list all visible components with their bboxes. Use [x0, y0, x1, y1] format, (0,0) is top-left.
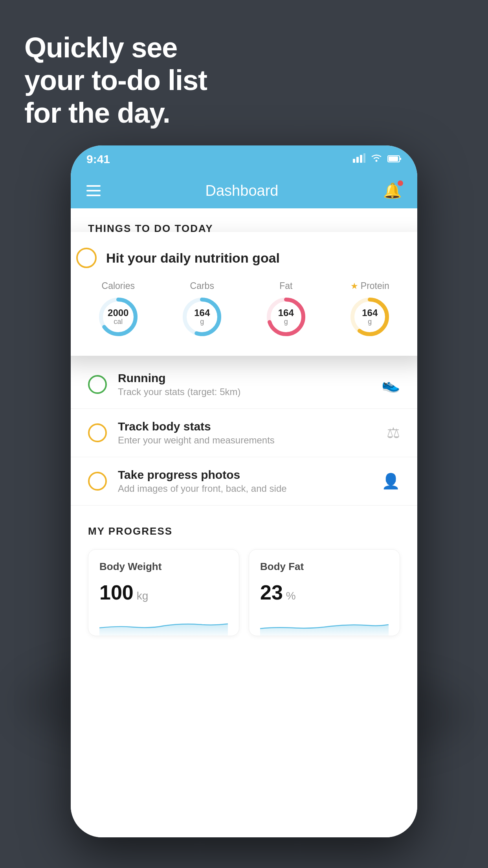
todo-list: Running Track your stats (target: 5km) 👟… [71, 360, 417, 506]
body-fat-chart [260, 612, 389, 636]
fat-ring: 164 g [264, 295, 308, 338]
nutrition-fat: Fat 164 g [264, 281, 308, 338]
calories-unit: cal [108, 318, 128, 326]
hamburger-menu[interactable] [86, 185, 101, 196]
photos-checkbox[interactable] [88, 472, 107, 491]
todo-item-body-stats[interactable]: Track body stats Enter your weight and m… [71, 409, 417, 457]
running-checkbox[interactable] [88, 375, 107, 394]
nutrition-calories: Calories 2000 cal [97, 281, 140, 338]
todo-item-photos[interactable]: Take progress photos Add images of your … [71, 457, 417, 506]
wifi-icon [370, 153, 383, 166]
body-weight-card[interactable]: Body Weight 100 kg [88, 549, 239, 636]
fat-label: Fat [279, 281, 292, 291]
protein-label: ★ Protein [350, 281, 389, 291]
nutrition-checkbox[interactable] [76, 248, 97, 268]
phone-mockup: 9:41 [71, 145, 417, 837]
svg-rect-0 [353, 159, 355, 163]
body-stats-subtitle: Enter your weight and measurements [118, 435, 376, 446]
running-subtitle: Track your stats (target: 5km) [118, 386, 371, 397]
protein-unit: g [362, 318, 378, 326]
progress-header: MY PROGRESS [88, 525, 400, 537]
status-icons [353, 153, 402, 166]
body-fat-number: 23 [260, 581, 283, 604]
calories-value: 2000 [108, 308, 128, 318]
running-icon: 👟 [382, 376, 400, 393]
photos-title: Take progress photos [118, 468, 371, 482]
fat-value: 164 [278, 308, 294, 318]
carbs-value: 164 [194, 308, 210, 318]
body-fat-value-row: 23 % [260, 581, 389, 604]
notification-dot [398, 180, 403, 186]
svg-rect-6 [389, 156, 398, 161]
svg-rect-3 [363, 153, 365, 163]
svg-rect-2 [360, 155, 362, 163]
status-time: 9:41 [86, 153, 110, 166]
body-stats-title: Track body stats [118, 420, 376, 433]
svg-rect-7 [400, 158, 401, 160]
carbs-ring: 164 g [180, 295, 224, 338]
body-stats-icon: ⚖ [387, 424, 400, 441]
status-bar: 9:41 [71, 145, 417, 173]
body-stats-text: Track body stats Enter your weight and m… [118, 420, 376, 446]
body-weight-unit: kg [137, 590, 149, 602]
progress-section: MY PROGRESS Body Weight 100 kg [71, 506, 417, 648]
carbs-label: Carbs [190, 281, 214, 291]
nutrition-card-title: Hit your daily nutrition goal [106, 250, 280, 266]
svg-rect-1 [356, 157, 359, 163]
protein-ring: 164 g [348, 295, 391, 338]
calories-label: Calories [102, 281, 135, 291]
nav-bar: Dashboard 🔔 [71, 173, 417, 208]
photos-subtitle: Add images of your front, back, and side [118, 483, 371, 494]
body-weight-chart [99, 612, 228, 636]
body-weight-value-row: 100 kg [99, 581, 228, 604]
notification-bell[interactable]: 🔔 [383, 182, 402, 199]
headline: Quickly see your to-do list for the day. [24, 31, 207, 129]
body-fat-unit: % [286, 590, 296, 602]
carbs-unit: g [194, 318, 210, 326]
nutrition-protein: ★ Protein 164 g [348, 281, 391, 338]
battery-icon [387, 153, 402, 166]
svg-point-4 [376, 160, 378, 162]
content-area: THINGS TO DO TODAY Hit your daily nutrit… [71, 208, 417, 837]
signal-icon [353, 153, 365, 166]
photos-text: Take progress photos Add images of your … [118, 468, 371, 494]
fat-unit: g [278, 318, 294, 326]
calories-ring: 2000 cal [97, 295, 140, 338]
body-fat-card[interactable]: Body Fat 23 % [249, 549, 400, 636]
nutrition-row: Calories 2000 cal Carbs [76, 281, 412, 338]
nutrition-card: Hit your daily nutrition goal Calories 2… [71, 232, 417, 356]
running-text: Running Track your stats (target: 5km) [118, 371, 371, 397]
protein-star-icon: ★ [350, 281, 358, 291]
photos-icon: 👤 [382, 473, 400, 490]
nav-title: Dashboard [205, 182, 279, 199]
body-weight-title: Body Weight [99, 561, 228, 573]
body-stats-checkbox[interactable] [88, 423, 107, 442]
running-title: Running [118, 371, 371, 385]
todo-item-running[interactable]: Running Track your stats (target: 5km) 👟 [71, 360, 417, 409]
protein-value: 164 [362, 308, 378, 318]
progress-cards: Body Weight 100 kg [88, 549, 400, 636]
body-weight-number: 100 [99, 581, 134, 604]
nutrition-carbs: Carbs 164 g [180, 281, 224, 338]
body-fat-title: Body Fat [260, 561, 389, 573]
